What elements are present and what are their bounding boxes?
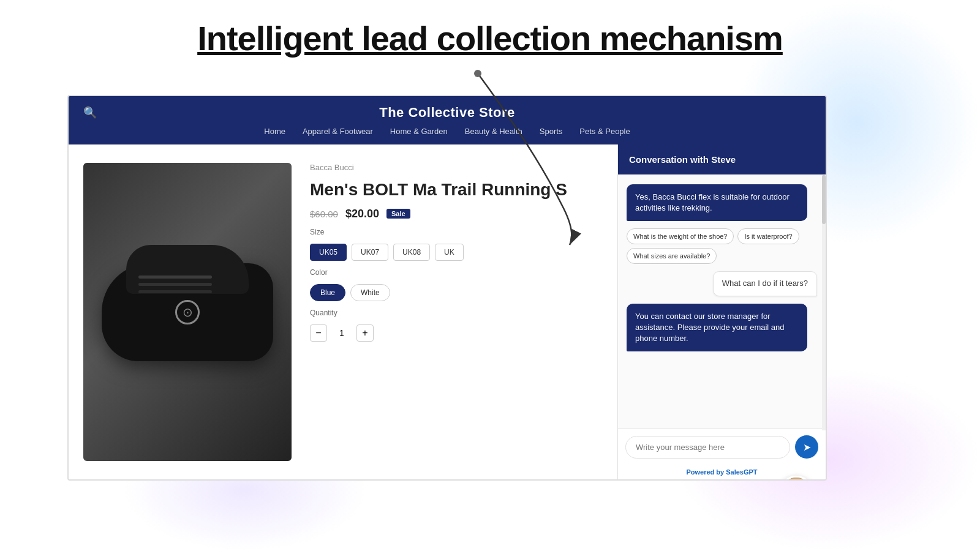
chat-send-button[interactable]: ➤ <box>795 435 818 459</box>
price-row: $60.00 $20.00 Sale <box>310 208 603 220</box>
user-message-1: What can I do if it tears? <box>713 271 817 296</box>
size-label: Size <box>310 228 603 236</box>
price-sale: $20.00 <box>345 208 379 220</box>
nav-home[interactable]: Home <box>264 127 285 136</box>
nav-home-garden[interactable]: Home & Garden <box>390 127 448 136</box>
color-option-white[interactable]: White <box>350 284 390 301</box>
chat-messages: Yes, Bacca Bucci flex is suitable for ou… <box>618 174 826 429</box>
chat-input[interactable] <box>625 436 790 459</box>
quantity-label: Quantity <box>310 309 603 317</box>
bot-message-2: You can contact our store manager for as… <box>627 304 807 352</box>
store-nav: Home Apparel & Footwear Home & Garden Be… <box>264 127 630 136</box>
product-image-container: ⊙ <box>83 163 292 461</box>
size-option-uk05[interactable]: UK05 <box>310 244 347 261</box>
search-icon[interactable]: 🔍 <box>83 106 97 119</box>
quantity-value: 1 <box>334 328 349 338</box>
scrollbar-thumb[interactable] <box>822 175 826 224</box>
price-original: $60.00 <box>310 209 338 219</box>
store-header: 🔍 The Collective Store Home Apparel & Fo… <box>69 96 826 144</box>
store-body: ⊙ Bacca Bucci Men's BOLT Ma Trail Runnin… <box>69 144 826 479</box>
store-title: The Collective Store <box>379 105 515 121</box>
quantity-row: − 1 + <box>310 324 603 342</box>
scrollbar-track[interactable] <box>822 175 826 430</box>
quick-reply-weight[interactable]: What is the weight of the shoe? <box>627 228 734 244</box>
size-option-uk07[interactable]: UK07 <box>352 244 388 261</box>
nav-sports[interactable]: Sports <box>540 127 563 136</box>
shoe-logo: ⊙ <box>175 300 200 324</box>
demo-frame: 🔍 The Collective Store Home Apparel & Fo… <box>67 95 827 481</box>
page-title-container: Intelligent lead collection mechanism <box>0 18 980 58</box>
product-details: Bacca Bucci Men's BOLT Ma Trail Running … <box>310 163 603 461</box>
quantity-decrease-button[interactable]: − <box>310 324 327 342</box>
nav-apparel[interactable]: Apparel & Footwear <box>303 127 373 136</box>
quick-reply-waterproof[interactable]: Is it waterproof? <box>737 228 799 244</box>
color-option-blue[interactable]: Blue <box>310 284 345 301</box>
bot-message-1: Yes, Bacca Bucci flex is suitable for ou… <box>627 184 807 221</box>
sale-badge: Sale <box>386 209 410 219</box>
color-label: Color <box>310 268 603 277</box>
product-section: ⊙ Bacca Bucci Men's BOLT Ma Trail Runnin… <box>69 144 617 479</box>
page-title: Intelligent lead collection mechanism <box>0 18 980 58</box>
product-name: Men's BOLT Ma Trail Running S <box>310 179 603 200</box>
quick-reply-sizes[interactable]: What sizes are available? <box>627 248 717 264</box>
chat-panel: Conversation with Steve Yes, Bacca Bucci… <box>617 144 826 479</box>
svg-point-1 <box>474 70 481 77</box>
quantity-increase-button[interactable]: + <box>356 324 374 342</box>
quick-replies: What is the weight of the shoe? Is it wa… <box>627 228 817 264</box>
nav-beauty[interactable]: Beauty & Health <box>465 127 522 136</box>
product-brand: Bacca Bucci <box>310 163 603 172</box>
chat-header-title: Conversation with Steve <box>629 154 736 165</box>
shoe-silhouette: ⊙ <box>102 263 273 361</box>
product-image: ⊙ <box>83 163 292 461</box>
chat-input-row: ➤ <box>618 429 826 465</box>
store-header-top: 🔍 The Collective Store <box>83 105 811 121</box>
nav-pets[interactable]: Pets & People <box>579 127 630 136</box>
size-option-uk08[interactable]: UK08 <box>393 244 430 261</box>
color-options: Blue White <box>310 284 603 301</box>
size-option-uk[interactable]: UK <box>435 244 464 261</box>
size-options: UK05 UK07 UK08 UK <box>310 244 603 261</box>
send-icon: ➤ <box>803 441 811 453</box>
chat-header: Conversation with Steve <box>618 144 826 174</box>
